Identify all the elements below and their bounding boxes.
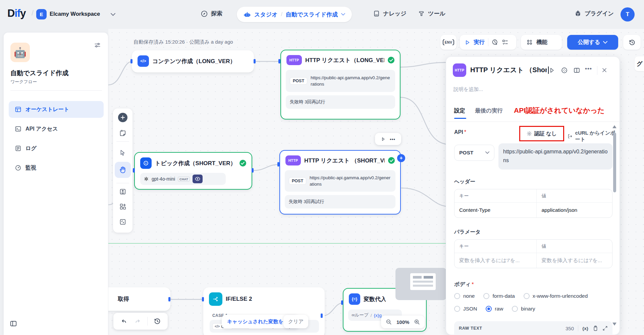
scrollbar-thumb[interactable] — [613, 133, 616, 192]
user-avatar[interactable]: T — [621, 7, 635, 21]
auth-none-button[interactable]: 認証 なし — [534, 130, 557, 137]
tab-studio[interactable]: スタジオ — [254, 11, 278, 18]
publish-button[interactable]: 公開する — [567, 35, 618, 50]
nav-knowledge[interactable]: ナレッジ — [373, 10, 407, 17]
radio-x-www-form-urlencoded[interactable]: x-www-form-urlencoded — [524, 293, 588, 299]
node-request-row: POST https://public-api.gamma.app/v0.2/g… — [285, 170, 395, 192]
expand-icon[interactable] — [602, 326, 608, 331]
sidebar-item-orchestrate[interactable]: オーケストレート — [9, 101, 104, 118]
scrollbar-down-arrow[interactable] — [612, 323, 616, 326]
url-input[interactable]: https://public-api.gamma.app/v0.2/genera… — [498, 143, 612, 170]
retry-label: 失敗時 3回再試行 — [289, 199, 324, 205]
auth-annotation-box: 認証 なし — [519, 126, 564, 141]
logo-letter: D — [7, 7, 14, 19]
success-check-icon — [388, 157, 395, 164]
radio-json[interactable]: JSON — [454, 306, 477, 312]
fit-view-icon[interactable] — [119, 218, 126, 226]
pointer-tool-icon[interactable] — [119, 149, 126, 156]
description-placeholder[interactable]: 説明を追加... — [453, 86, 483, 93]
insert-variable-icon[interactable]: {x} — [582, 326, 588, 331]
redo-icon[interactable] — [134, 318, 141, 325]
dify-logo[interactable]: Dify — [7, 7, 26, 19]
tab-settings[interactable]: 設定 — [454, 107, 465, 114]
node-title: HTTP リクエスト（LONG_VER） — [305, 56, 384, 64]
edge — [322, 303, 343, 316]
curl-import-button[interactable]: cURL からインポート — [568, 130, 620, 143]
divider — [597, 66, 597, 75]
param-key-input[interactable]: 変数を挿入するには'/'を... — [454, 253, 536, 268]
ifelse-icon — [209, 292, 222, 306]
collapse-sidebar-icon[interactable] — [10, 320, 17, 327]
node-content-long[interactable]: </> コンテンツ作成（LONG_VER） — [132, 50, 254, 73]
node-config-panel: HTTP HTTP リクエスト （Short ••• 説明を追加... 設定 最… — [446, 56, 620, 335]
divider — [116, 183, 129, 183]
param-value-input[interactable]: 変数を挿入するには'/'を... — [536, 253, 612, 268]
add-note-icon[interactable] — [119, 130, 126, 137]
node-hover-toolbar[interactable]: ••• — [375, 133, 401, 145]
more-options-icon[interactable]: ••• — [390, 137, 395, 142]
nav-explore[interactable]: 探索 — [201, 10, 222, 17]
node-title-input[interactable]: HTTP リクエスト （Short — [470, 65, 547, 75]
plugin-box-icon — [574, 10, 582, 17]
env-variables-button[interactable]: ENV — [440, 35, 457, 50]
blocks-organize-icon[interactable] — [119, 203, 126, 210]
code-icon: </> — [138, 55, 149, 67]
nav-plugins-label: プラグイン — [585, 10, 614, 17]
radio-binary[interactable]: binary — [512, 306, 535, 312]
header-value-cell[interactable]: application/json — [536, 203, 612, 218]
version-history-icon[interactable] — [154, 318, 161, 325]
chevron-down-icon[interactable] — [111, 13, 115, 16]
radio-none[interactable]: none — [454, 293, 475, 299]
workflow-history-button[interactable] — [623, 35, 641, 50]
header-key-cell[interactable]: Content-Type — [454, 203, 536, 218]
nav-plugins[interactable]: プラグイン — [574, 10, 614, 17]
workspace-name[interactable]: Elcamy Workspace — [50, 11, 100, 17]
node-fetch[interactable]: 取得 — [108, 287, 170, 311]
node-topic-short[interactable]: トピック作成（SHORT_VER） gpt-4o-mini CHAT — [134, 152, 252, 190]
split-view-icon[interactable] — [573, 67, 580, 74]
zoom-out-icon[interactable] — [386, 319, 392, 325]
partially-hidden-node[interactable]: グ — [635, 56, 644, 71]
nav-tools[interactable]: ツール — [418, 10, 445, 17]
run-node-icon[interactable] — [381, 137, 386, 142]
app-settings-icon[interactable] — [94, 42, 101, 49]
more-options-icon[interactable]: ••• — [585, 65, 592, 72]
radio-raw-selected[interactable]: raw — [486, 306, 503, 312]
sidebar-item-api-access[interactable]: API アクセス — [9, 121, 104, 137]
scrollbar-up-arrow[interactable] — [612, 125, 616, 128]
nav-studio-pill[interactable]: スタジオ / 自動でスライド作成 — [237, 7, 352, 22]
hand-tool-active[interactable] — [115, 162, 131, 178]
hammer-icon — [418, 10, 425, 17]
model-chip[interactable]: gpt-4o-mini CHAT — [140, 173, 226, 185]
add-next-node-button[interactable]: + — [397, 154, 405, 162]
sidebar-item-monitoring[interactable]: 監視 — [9, 159, 104, 176]
run-button[interactable]: 実行 — [474, 39, 485, 46]
node-title: IF/ELSE 2 — [226, 296, 252, 302]
node-http-short[interactable]: HTTP HTTP リクエスト （SHORT_VER） POST https:/… — [279, 150, 401, 214]
checklist-icon[interactable] — [502, 39, 508, 46]
add-node-button[interactable] — [118, 113, 127, 122]
tab-last-run[interactable]: 最後の実行 — [475, 107, 503, 114]
node-http-long[interactable]: HTTP HTTP リクエスト（LONG_VER） POST https://p… — [280, 50, 400, 119]
chevron-down-icon[interactable] — [341, 13, 345, 16]
sidebar-item-logs[interactable]: ログ — [9, 140, 104, 157]
features-button[interactable]: 機能 — [521, 35, 562, 50]
run-node-icon[interactable] — [548, 67, 555, 74]
import-dsl-icon[interactable] — [119, 188, 126, 195]
history-clock-icon — [629, 39, 636, 46]
zoom-control[interactable]: 100% — [381, 316, 425, 328]
breadcrumb-app-name[interactable]: 自動でスライド作成 — [286, 11, 338, 18]
logo-letter: y — [20, 7, 25, 19]
undo-icon[interactable] — [120, 318, 128, 325]
method-select[interactable]: POST — [454, 145, 494, 161]
play-icon[interactable] — [465, 40, 470, 45]
workspace-avatar[interactable]: E — [36, 9, 47, 19]
radio-form-data[interactable]: form-data — [483, 293, 515, 299]
close-icon[interactable] — [601, 67, 608, 74]
zoom-in-icon[interactable] — [414, 319, 420, 325]
clear-button[interactable]: クリア — [283, 315, 308, 328]
run-history-icon[interactable] — [492, 39, 498, 46]
zoom-level[interactable]: 100% — [396, 319, 409, 325]
focus-target-icon[interactable] — [561, 67, 568, 74]
copy-icon[interactable] — [592, 325, 598, 331]
